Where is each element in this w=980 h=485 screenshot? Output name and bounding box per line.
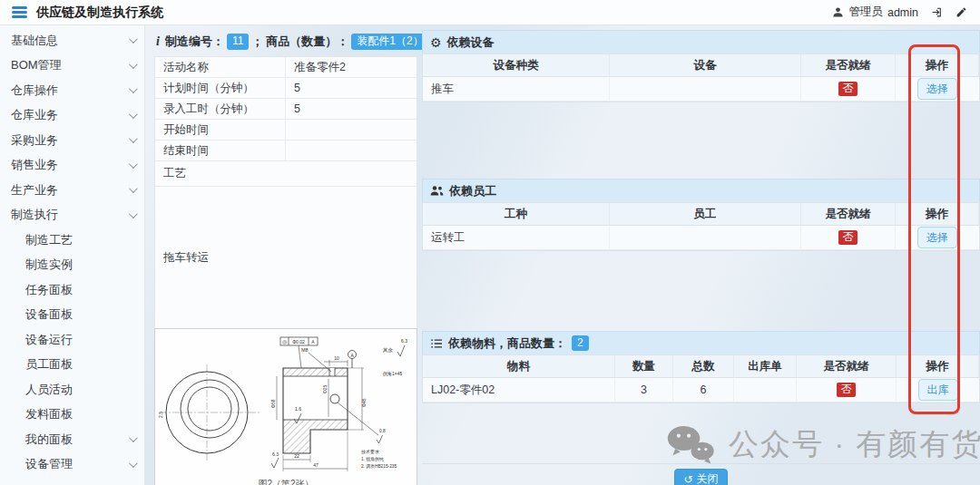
product-qty-label: 商品（数量）： bbox=[266, 34, 348, 50]
field-value: 5 bbox=[286, 78, 416, 99]
sidebar-item-purchasing[interactable]: 采购业务 bbox=[0, 128, 144, 153]
staff-table: 工种 员工 是否就绪 操作 运转工 否 选择 bbox=[422, 202, 980, 251]
material-qty-badge: 2 bbox=[572, 335, 589, 351]
chevron-down-icon bbox=[129, 160, 138, 169]
rest-label: 其余 bbox=[383, 347, 394, 354]
sidebar-item-basic-info[interactable]: 基础信息 bbox=[0, 28, 144, 53]
column-header: 操作 bbox=[897, 355, 979, 378]
cell-staff-action: 选择 bbox=[896, 226, 979, 250]
dialog-footer: ↺ 关闭 bbox=[422, 463, 980, 485]
column-header: 工种 bbox=[423, 203, 610, 226]
staff-section-title: 依赖员工 bbox=[449, 183, 496, 199]
technical-drawing: 2.5 ◎ Φ0.02 A A M8 bbox=[156, 330, 416, 475]
cell-equipment-ready: 否 bbox=[801, 77, 896, 102]
dim-d45: Φ45 bbox=[361, 398, 367, 407]
field-value: 5 bbox=[286, 99, 416, 120]
rest-finish-value: 6.3 bbox=[401, 338, 407, 344]
column-header: 操作 bbox=[896, 54, 979, 77]
cell-employee bbox=[610, 226, 801, 250]
thread-label: M8 bbox=[301, 347, 309, 353]
cell-material-qty: 3 bbox=[615, 378, 673, 403]
chevron-down-icon bbox=[129, 110, 138, 119]
app-window: 供应链及制造执行系统 管理员 admin 基础信息 BOM管理 仓库操作 仓库业… bbox=[0, 0, 980, 485]
cell-equipment-action: 选择 bbox=[896, 77, 979, 102]
sidebar-item-warehouse-biz[interactable]: 仓库业务 bbox=[0, 103, 144, 129]
cell-outbound-order bbox=[734, 378, 797, 403]
not-ready-badge: 否 bbox=[837, 383, 856, 398]
gear-icon: ⚙ bbox=[430, 35, 442, 50]
list-icon bbox=[430, 338, 443, 349]
people-icon bbox=[430, 185, 444, 197]
select-staff-button[interactable]: 选择 bbox=[917, 227, 957, 248]
sidebar-item-mfg-process[interactable]: 制造工艺 bbox=[0, 228, 144, 253]
top-bar: 供应链及制造执行系统 管理员 admin bbox=[0, 0, 980, 25]
select-equipment-button[interactable]: 选择 bbox=[917, 78, 957, 100]
chevron-down-icon bbox=[129, 209, 138, 218]
equipment-section-header: ⚙ 依赖设备 bbox=[422, 30, 980, 53]
activity-detail-table: 活动名称准备零件2 计划时间（分钟）5 录入工时（分钟）5 开始时间 结束时间 … bbox=[154, 56, 417, 329]
user-icon bbox=[832, 6, 844, 18]
column-header: 数量 bbox=[615, 355, 673, 378]
sidebar-item-equipment-run[interactable]: 设备运行 bbox=[0, 327, 144, 353]
sidebar-item-equipment-panel[interactable]: 设备面板 bbox=[0, 303, 144, 328]
chevron-down-icon bbox=[129, 134, 138, 143]
separator: ； bbox=[251, 34, 263, 50]
sidebar-item-mfg-instance[interactable]: 制造实例 bbox=[0, 253, 144, 278]
app-title: 供应链及制造执行系统 bbox=[36, 5, 163, 21]
field-label: 活动名称 bbox=[155, 57, 286, 78]
chevron-down-icon bbox=[129, 60, 138, 69]
column-header: 总数 bbox=[673, 355, 734, 378]
column-header: 是否就绪 bbox=[801, 54, 896, 77]
close-button[interactable]: ↺ 关闭 bbox=[674, 469, 727, 485]
sidebar-item-my-panel[interactable]: 我的面板 bbox=[0, 427, 144, 452]
user-menu[interactable]: 管理员 admin bbox=[832, 5, 918, 20]
mfg-number-badge: 11 bbox=[227, 34, 249, 49]
logout-icon[interactable] bbox=[931, 6, 943, 18]
column-header: 出库单 bbox=[734, 355, 797, 378]
info-icon: i bbox=[156, 34, 160, 49]
mfg-number-label: 制造编号： bbox=[165, 34, 224, 50]
menu-icon[interactable] bbox=[12, 6, 27, 18]
column-header: 是否就绪 bbox=[801, 203, 896, 226]
column-header: 员工 bbox=[610, 203, 801, 226]
column-header: 设备种类 bbox=[423, 54, 610, 77]
staff-section: 依赖员工 工种 员工 是否就绪 操作 运转工 否 选择 bbox=[422, 179, 980, 251]
watermark: 公众号 · 有颜有货 bbox=[665, 420, 980, 469]
sidebar-item-equipment-mgmt[interactable]: 设备管理 bbox=[0, 452, 144, 478]
wechat-icon bbox=[665, 423, 716, 465]
product-qty-badge: 装配件1（2） bbox=[351, 34, 428, 49]
edit-pencil-icon[interactable] bbox=[956, 6, 967, 18]
tolerance-value: Φ0.02 bbox=[292, 339, 305, 344]
cell-material-name: LJ02-零件02 bbox=[423, 378, 615, 403]
material-table: 物料 数量 总数 出库单 是否就绪 操作 LJ02-零件02 3 6 否 出库 bbox=[422, 354, 980, 403]
sidebar-item-production[interactable]: 生产业务 bbox=[0, 178, 144, 203]
column-header: 是否就绪 bbox=[797, 355, 897, 378]
user-role: 管理员 bbox=[848, 5, 883, 20]
note-2: 2. 调质HB215-235 bbox=[361, 463, 397, 470]
field-label: 结束时间 bbox=[155, 141, 286, 161]
sidebar-item-sales[interactable]: 销售业务 bbox=[0, 153, 144, 179]
dim-d25: Φ25 bbox=[323, 385, 328, 393]
chevron-down-icon bbox=[129, 84, 138, 93]
sidebar-item-personnel-activity[interactable]: 人员活动 bbox=[0, 377, 144, 403]
outbound-button[interactable]: 出库 bbox=[918, 379, 958, 401]
sidebar-item-material-issue-panel[interactable]: 发料面板 bbox=[0, 403, 144, 428]
sidebar-item-staff-panel[interactable]: 员工面板 bbox=[0, 353, 144, 378]
finish-0-8: 0.8 bbox=[379, 429, 386, 433]
sidebar-item-task-panel[interactable]: 任务面板 bbox=[0, 277, 144, 303]
equipment-section-title: 依赖设备 bbox=[447, 34, 495, 51]
column-header: 设备 bbox=[610, 54, 801, 77]
field-label: 计划时间（分钟） bbox=[155, 78, 286, 99]
chevron-down-icon bbox=[129, 34, 138, 44]
cell-material-ready: 否 bbox=[797, 378, 897, 403]
field-value: 准备零件2 bbox=[286, 57, 416, 78]
sidebar-item-warehouse-ops[interactable]: 仓库操作 bbox=[0, 78, 144, 103]
sidebar-item-bom[interactable]: BOM管理 bbox=[0, 53, 144, 79]
cell-material-action: 出库 bbox=[897, 378, 979, 403]
note-1: 1. 锐角倒钝 bbox=[361, 456, 384, 462]
dim-10: 10 bbox=[334, 355, 339, 361]
close-button-label: 关闭 bbox=[697, 471, 719, 485]
sidebar-item-mfg-execution[interactable]: 制造执行 bbox=[0, 203, 144, 228]
field-value bbox=[286, 141, 416, 161]
sidebar: 基础信息 BOM管理 仓库操作 仓库业务 采购业务 销售业务 生产业务 制造执行… bbox=[0, 25, 145, 485]
